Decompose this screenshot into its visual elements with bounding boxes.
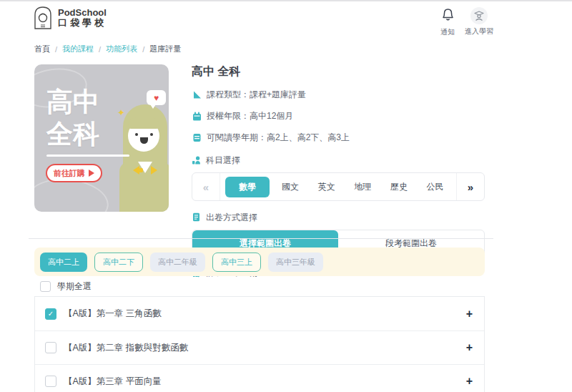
set-square-icon (192, 90, 202, 100)
subject-tab-civics[interactable]: 公民 (420, 177, 451, 197)
chapter-2-checkbox[interactable] (45, 342, 56, 353)
notifications-label: 通知 (440, 27, 455, 37)
chapter-1-label: 【A版】第一章 三角函數 (64, 308, 459, 320)
license-period-row: 授權年限：高中12個月 (192, 110, 485, 122)
chapter-list: ✓ 【A版】第一章 三角函數 + 【A版】第二章 指數與對數函數 + 【A版】第… (34, 296, 485, 392)
header-actions: 通知 進入學習 (440, 7, 493, 37)
window-top-border (0, 0, 572, 1)
section-divider (29, 238, 493, 239)
breadcrumb-separator: / (142, 45, 144, 54)
breadcrumb-feature-list[interactable]: 功能列表 (106, 44, 137, 54)
breadcrumb-current: 題庫評量 (149, 44, 181, 54)
bell-icon (441, 7, 455, 25)
chapter-row-3[interactable]: 【A版】第三章 平面向量 + (35, 364, 484, 392)
select-all-terms[interactable]: 學期全選 (40, 280, 92, 293)
subject-tabs: « 數學 國文 英文 地理 歷史 公民 » (192, 172, 485, 201)
course-cover-image[interactable]: ♥ ✦ 高中 全科 前往訂購 (34, 64, 169, 212)
subjects-scroll-left-button[interactable]: « (192, 173, 220, 200)
select-all-label: 學期全選 (57, 280, 92, 293)
breadcrumb-separator: / (99, 45, 101, 54)
subject-tab-geography[interactable]: 地理 (347, 177, 378, 197)
chapter-2-label: 【A版】第二章 指數與對數函數 (64, 342, 459, 354)
subject-select-icon (192, 155, 201, 167)
chapter-2-expand-button[interactable]: + (466, 342, 473, 353)
logo[interactable]: PodSchool 口袋學校 (33, 6, 107, 29)
chapter-3-label: 【A版】第三章 平面向量 (64, 376, 459, 388)
subject-tab-english[interactable]: 英文 (311, 177, 342, 197)
notifications-button[interactable]: 通知 (440, 7, 455, 37)
chapter-row-2[interactable]: 【A版】第二章 指數與對數函數 + (35, 330, 484, 364)
course-type-row: 課程類型：課程+題庫評量 (192, 89, 485, 101)
cover-title: 高中 全科 (46, 86, 99, 150)
term-filter-strip: 高中二上 高中二下 高中二年級 高中三上 高中三年級 (34, 248, 485, 276)
subject-tab-history[interactable]: 歷史 (383, 177, 415, 197)
breadcrumb-my-courses[interactable]: 我的課程 (62, 44, 94, 54)
enter-learning-label: 進入學習 (465, 26, 493, 36)
subject-select-label: 科目選擇 (192, 155, 485, 167)
breadcrumb-home[interactable]: 首頁 (34, 44, 50, 54)
breadcrumb-separator: / (55, 45, 57, 54)
chapter-3-checkbox[interactable] (45, 376, 56, 387)
chip-grade12-first-term[interactable]: 高中三上 (212, 253, 261, 272)
chapter-3-expand-button[interactable]: + (466, 376, 473, 387)
logo-name-en: PodSchool (58, 8, 107, 18)
chip-grade11-second-term[interactable]: 高中二下 (94, 253, 143, 272)
heart-speech-bubble: ♥ (147, 90, 166, 105)
chapter-row-1[interactable]: ✓ 【A版】第一章 三角函數 + (35, 297, 484, 330)
notebook-icon (192, 133, 202, 143)
go-purchase-button[interactable]: 前往訂購 (46, 164, 102, 182)
chapter-1-expand-button[interactable]: + (466, 308, 473, 320)
chip-grade11-full-year: 高中二年級 (150, 253, 205, 272)
subjects-scroll-right-button[interactable]: » (456, 173, 484, 200)
exam-mode-label: 出卷方式選擇 (192, 212, 485, 224)
subject-tab-math[interactable]: 數學 (225, 177, 270, 197)
breadcrumb: 首頁 / 我的課程 / 功能列表 / 題庫評量 (34, 44, 181, 54)
calendar-icon (192, 112, 202, 122)
chapter-1-checkbox[interactable]: ✓ (45, 308, 56, 320)
podschool-arch-icon (33, 6, 53, 29)
student-avatar-icon (470, 7, 488, 24)
chip-grade11-first-term[interactable]: 高中二上 (40, 253, 87, 272)
subject-tab-chinese[interactable]: 國文 (275, 177, 306, 197)
select-all-checkbox[interactable] (40, 281, 51, 292)
chip-grade12-full-year: 高中三年級 (268, 253, 323, 272)
enter-learning-button[interactable]: 進入學習 (465, 7, 493, 37)
exam-paper-icon (192, 212, 201, 224)
course-details: 高中 全科 課程類型：課程+題庫評量 授權年限：高中12個月 可閱讀學年期：高2… (192, 64, 485, 279)
logo-name-zh: 口袋學校 (58, 18, 107, 28)
sparkle-icon: ✦ (117, 107, 125, 118)
play-arrow-icon (89, 170, 94, 177)
readable-terms-row: 可閱讀學年期：高2上、高2下、高3上 (192, 132, 485, 144)
header: PodSchool 口袋學校 通知 進入學習 (33, 6, 493, 37)
course-title: 高中 全科 (192, 64, 485, 79)
